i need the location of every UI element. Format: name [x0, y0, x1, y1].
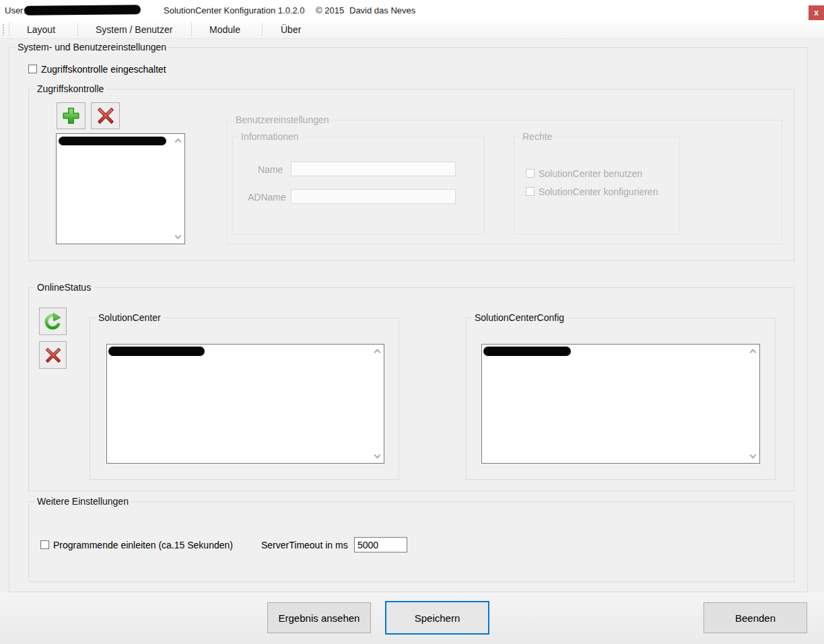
scrollbar[interactable] [748, 345, 759, 463]
copyright-text: © 2015 [316, 5, 344, 15]
refresh-icon [44, 312, 62, 330]
group-title: SolutionCenterConfig [472, 312, 567, 323]
redacted-list-entry[interactable] [59, 137, 166, 145]
view-result-button[interactable]: Ergebnis ansehen [267, 602, 371, 633]
user-label: User: [5, 5, 26, 15]
close-button[interactable]: x [809, 5, 824, 21]
scroll-down-icon[interactable] [750, 452, 757, 459]
solutioncenter-status-listbox[interactable] [106, 344, 384, 464]
solutioncenter-benutzen-checkbox[interactable] [526, 169, 535, 178]
zugriffskontrolle-user-listbox[interactable] [56, 133, 185, 244]
titlebar: User: SolutionCenter Konfiguration 1.0.2… [0, 0, 824, 20]
zugriffskontrolle-eingeschaltet-checkbox[interactable] [28, 65, 37, 73]
group-rechte: Rechte [514, 137, 680, 234]
group-title: Zugriffskontrolle [34, 83, 106, 94]
plus-icon [61, 106, 81, 125]
cross-icon [96, 106, 115, 125]
programmende-label: Programmende einleiten (ca.15 Sekunden) [53, 540, 233, 550]
solutioncenter-konfigurieren-label: SolutionCenter konfigurieren [539, 186, 658, 197]
redacted-username [24, 5, 141, 15]
solutioncenter-konfigurieren-checkbox[interactable] [526, 187, 535, 196]
scroll-down-icon[interactable] [175, 233, 182, 240]
scrollbar[interactable] [173, 134, 184, 244]
servertimeout-input[interactable] [354, 537, 407, 552]
toolbar-separator [9, 23, 9, 36]
add-user-button[interactable] [57, 102, 85, 129]
menu-toolbar: Layout System / Benutzer Module Über [0, 20, 824, 39]
menu-item-module[interactable]: Module [209, 24, 240, 35]
scroll-up-icon[interactable] [750, 349, 757, 356]
toolbar-separator [191, 23, 192, 36]
toolbar-separator [262, 23, 263, 36]
scroll-up-icon[interactable] [374, 349, 381, 356]
group-informationen: Informationen [232, 137, 485, 234]
redacted-list-entry[interactable] [108, 347, 205, 356]
cross-icon [44, 347, 62, 364]
menu-item-system-benutzer[interactable]: System / Benutzer [96, 24, 172, 35]
scroll-up-icon[interactable] [175, 139, 182, 145]
app-title: SolutionCenter Konfiguration 1.0.2.0 [164, 5, 305, 15]
group-title: SolutionCenter [96, 312, 164, 323]
group-title: Rechte [520, 131, 555, 142]
remove-user-button[interactable] [91, 102, 120, 129]
solutioncenter-config-window: User: SolutionCenter Konfiguration 1.0.2… [0, 0, 824, 644]
save-button[interactable]: Speichern [385, 601, 489, 635]
refresh-status-button[interactable] [39, 308, 67, 335]
group-title: OnlineStatus [34, 282, 94, 293]
group-title: Weitere Einstellungen [34, 496, 131, 507]
programmende-checkbox[interactable] [40, 540, 49, 549]
group-title: System- und Benutzereinstellungen [15, 42, 169, 52]
solutioncenter-benutzen-label: SolutionCenter benutzen [539, 168, 642, 179]
close-icon: x [814, 9, 819, 17]
servertimeout-label: ServerTimeout in ms [261, 540, 348, 550]
redacted-list-entry[interactable] [483, 347, 571, 356]
exit-button[interactable]: Beenden [703, 602, 807, 633]
toolbar-grip-handle[interactable] [2, 24, 5, 36]
menu-item-ueber[interactable]: Über [281, 24, 301, 35]
menu-item-layout[interactable]: Layout [27, 24, 55, 35]
scroll-down-icon[interactable] [374, 452, 381, 459]
remove-status-button[interactable] [39, 341, 67, 369]
adname-label: ADName [248, 192, 286, 203]
toolbar-separator [77, 23, 78, 36]
scrollbar[interactable] [372, 345, 384, 463]
group-title: Informationen [238, 131, 302, 142]
name-field[interactable] [291, 162, 456, 176]
zugriffskontrolle-eingeschaltet-label: Zugriffskontrolle eingeschaltet [41, 64, 166, 75]
solutioncenterconfig-status-listbox[interactable] [481, 344, 760, 464]
adname-field[interactable] [291, 189, 456, 204]
author-text: David das Neves [349, 5, 415, 15]
group-title: Benutzereinstellungen [233, 114, 332, 125]
name-label: Name [258, 164, 283, 175]
